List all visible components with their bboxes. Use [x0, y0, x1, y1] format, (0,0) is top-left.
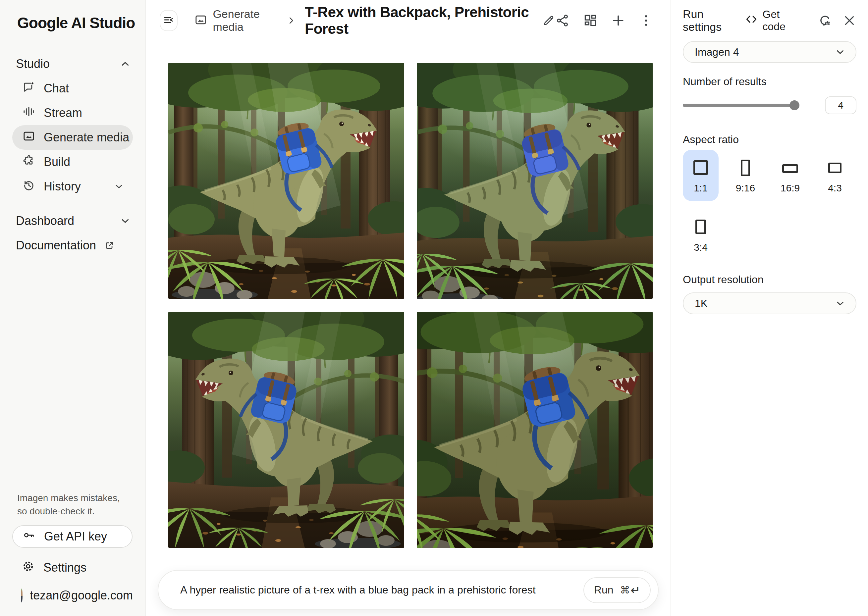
- edit-title-button[interactable]: [542, 14, 555, 27]
- settings-button[interactable]: Settings: [12, 557, 133, 578]
- sidebar-item-build[interactable]: Build: [12, 150, 133, 174]
- collapse-sidebar-button[interactable]: [160, 10, 178, 31]
- documentation-label: Documentation: [16, 239, 96, 252]
- aspect-ratio-label: Aspect ratio: [683, 134, 856, 146]
- dashboard-section-label: Dashboard: [16, 214, 74, 228]
- model-select-value: Imagen 4: [695, 46, 739, 58]
- chevron-right-icon: [286, 16, 296, 25]
- more-options-button[interactable]: [639, 13, 653, 28]
- get-api-key-label: Get API key: [44, 530, 107, 544]
- results-value-input[interactable]: [825, 96, 856, 114]
- model-disclaimer: Imagen makes mistakes, so double-check i…: [12, 492, 121, 518]
- generated-image-1[interactable]: [168, 63, 404, 299]
- apps-grid-button[interactable]: [583, 13, 598, 28]
- cmd-key-icon: ⌘: [620, 584, 630, 596]
- sidebar-item-label: Build: [44, 155, 70, 169]
- output-resolution-label: Output resolution: [683, 273, 856, 286]
- chevron-down-icon: [120, 215, 131, 226]
- ratio-1-1-icon: [693, 160, 708, 175]
- aspect-option-9-16[interactable]: 9:16: [728, 150, 763, 201]
- sidebar-section-studio[interactable]: Studio: [0, 52, 145, 76]
- breadcrumb[interactable]: Generate media: [194, 8, 278, 33]
- aspect-option-label: 16:9: [780, 182, 800, 194]
- sidebar-bottom: Imagen makes mistakes, so double-check i…: [0, 492, 145, 616]
- ratio-9-16-icon: [741, 160, 750, 176]
- image-icon: [22, 129, 35, 146]
- reset-settings-button[interactable]: [817, 13, 832, 28]
- output-resolution-value: 1K: [695, 297, 708, 310]
- return-key-icon: ↵: [631, 583, 640, 597]
- ratio-4-3-icon: [828, 163, 841, 173]
- generated-images-grid: [168, 63, 671, 548]
- prompt-input[interactable]: A hyper realistic picture of a t-rex wit…: [180, 584, 583, 596]
- run-settings-header: Run settings Get code: [683, 0, 856, 41]
- get-api-key-button[interactable]: Get API key: [12, 525, 132, 548]
- sidebar-item-label: Chat: [44, 82, 69, 95]
- number-of-results-control: [683, 96, 856, 114]
- menu-collapse-icon: [163, 14, 175, 27]
- ratio-3-4-icon: [695, 220, 706, 234]
- get-code-button[interactable]: Get code: [745, 8, 805, 33]
- sidebar-item-label: Stream: [44, 106, 82, 120]
- aspect-option-1-1[interactable]: 1:1: [683, 150, 719, 201]
- share-button[interactable]: [555, 13, 570, 28]
- run-settings-panel: Run settings Get code Imagen 4 Number of…: [671, 0, 868, 616]
- image-icon: [194, 13, 208, 28]
- sidebar-item-chat[interactable]: Chat: [12, 76, 133, 101]
- slider-thumb[interactable]: [789, 101, 799, 110]
- results-slider[interactable]: [683, 99, 799, 112]
- main-content: Generate media T-Rex with Backpack, Preh…: [146, 0, 671, 616]
- waveform-icon: [22, 105, 35, 121]
- account-email: tezan@google.com: [30, 589, 133, 602]
- key-icon: [22, 528, 35, 545]
- number-of-results-label: Number of results: [683, 75, 856, 88]
- sidebar-link-documentation[interactable]: Documentation: [0, 233, 145, 258]
- external-link-icon: [104, 240, 115, 251]
- aspect-ratio-options-row-1: 1:1 9:16 16:9 4:3: [683, 150, 856, 201]
- code-icon: [745, 13, 758, 28]
- aspect-option-label: 9:16: [736, 182, 755, 194]
- generated-image-4[interactable]: [417, 312, 653, 548]
- topbar: Generate media T-Rex with Backpack, Preh…: [146, 0, 671, 41]
- chat-icon: [22, 80, 35, 97]
- puzzle-icon: [22, 154, 35, 170]
- sidebar-item-stream[interactable]: Stream: [12, 101, 133, 125]
- sidebar-nav: Studio Chat Stream: [0, 52, 145, 258]
- run-button[interactable]: Run ⌘ ↵: [583, 577, 651, 603]
- close-panel-button[interactable]: [843, 14, 856, 27]
- model-select[interactable]: Imagen 4: [683, 41, 856, 63]
- aspect-option-label: 4:3: [828, 182, 842, 194]
- generated-image-3[interactable]: [168, 312, 404, 548]
- chevron-up-icon: [120, 58, 131, 69]
- output-resolution-select[interactable]: 1K: [683, 292, 856, 314]
- account-row[interactable]: tezan@google.com: [12, 585, 133, 606]
- gear-icon: [22, 560, 35, 576]
- google-ai-studio-logo[interactable]: Google AI Studio: [0, 0, 145, 32]
- run-shortcut: ⌘ ↵: [620, 583, 640, 597]
- sidebar-item-generate-media[interactable]: Generate media: [12, 125, 133, 150]
- aspect-option-4-3[interactable]: 4:3: [817, 150, 853, 201]
- topbar-actions: [555, 13, 653, 28]
- new-prompt-button[interactable]: [611, 13, 626, 28]
- chevron-down-icon: [835, 298, 846, 309]
- breadcrumb-label: Generate media: [213, 8, 278, 33]
- aspect-option-16-9[interactable]: 16:9: [772, 150, 808, 201]
- ratio-16-9-icon: [782, 164, 798, 173]
- chevron-down-icon: [835, 46, 846, 58]
- sidebar-item-label: Generate media: [44, 130, 129, 145]
- run-label: Run: [594, 584, 613, 596]
- generated-image-2[interactable]: [417, 63, 653, 299]
- sidebar: Google AI Studio Studio Chat Stream: [0, 0, 146, 616]
- slider-track: [683, 104, 799, 107]
- aspect-ratio-options-row-2: 3:4: [683, 209, 856, 260]
- chevron-down-icon: [114, 181, 124, 192]
- avatar: [21, 589, 22, 602]
- history-icon: [22, 179, 35, 195]
- aspect-option-label: 1:1: [694, 182, 708, 194]
- page-title: T-Rex with Backpack, Prehistoric Forest: [305, 4, 533, 37]
- aspect-option-3-4[interactable]: 3:4: [683, 209, 719, 260]
- sidebar-item-history[interactable]: History: [12, 174, 133, 199]
- settings-label: Settings: [43, 561, 86, 575]
- sidebar-item-label: History: [44, 179, 81, 193]
- sidebar-section-dashboard[interactable]: Dashboard: [0, 209, 145, 233]
